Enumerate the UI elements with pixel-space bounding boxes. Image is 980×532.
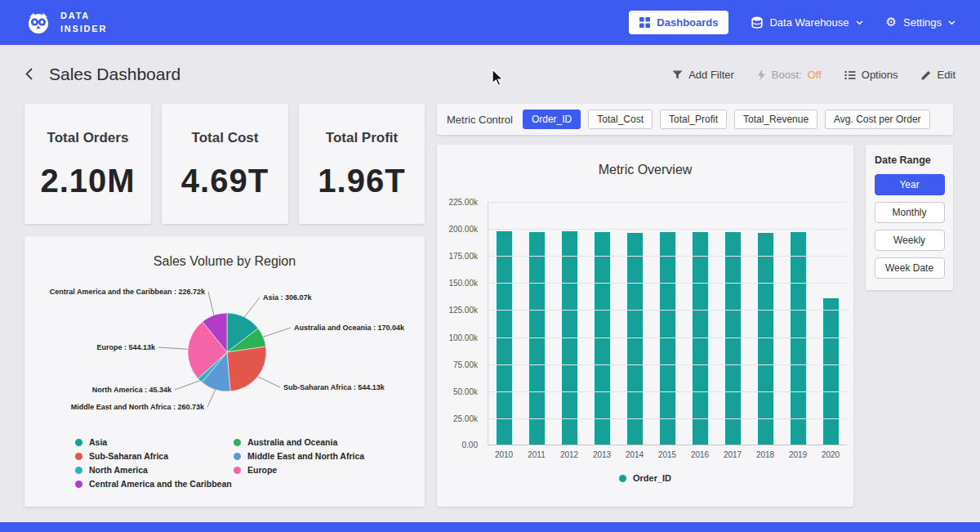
nav-right: Dashboards Data Warehouse ⚙ Settings [629,11,956,34]
x-tick-label: 2012 [553,450,586,459]
metric-option-total-revenue[interactable]: Total_Revenue [734,110,817,129]
bar-column [488,202,521,445]
kpi-label: Total Profit [299,130,425,146]
metric-option-total-cost[interactable]: Total_Cost [588,110,653,129]
y-tick-label: 175.00k [448,252,478,261]
brand-line1: DATA [60,10,107,22]
gridline [488,445,847,445]
bar-legend: Order_ID [437,473,853,483]
bar-2016[interactable] [693,232,708,445]
chevron-down-icon [856,20,863,25]
legend-dot [234,453,241,460]
bar-2010[interactable] [497,231,512,445]
legend-item-europe[interactable]: Europe [234,465,392,475]
bar-2019[interactable] [791,232,806,445]
pie-chart-title: Sales Volume by Region [24,254,425,269]
pie-leader-line [258,377,280,387]
bar-column [619,202,652,445]
bar-2018[interactable] [758,233,773,445]
x-tick-label: 2013 [586,450,618,459]
kpi-value: 4.69T [162,163,288,199]
bar-legend-label: Order_ID [633,473,671,483]
kpi-card-total-cost: Total Cost 4.69T [162,104,288,224]
sales-dashboard-page: DATA INSIDER Dashboards D [0,0,980,532]
metric-option-order-id[interactable]: Order_ID [523,110,581,129]
legend-label: Central America and the Caribbean [89,479,232,489]
boost-label: Boost: [772,69,802,81]
bar-2012[interactable] [562,231,577,445]
bar-column [782,202,814,445]
bar-2013[interactable] [595,232,610,445]
edit-button[interactable]: Edit [921,69,956,81]
bar-2020[interactable] [823,298,839,445]
kpi-card-total-profit: Total Profit 1.96T [299,104,425,224]
bar-column [554,202,586,445]
legend-label: Asia [89,437,107,447]
owl-logo-icon [24,9,52,37]
date-range-buttons: YearMonthlyWeeklyWeek Date [866,174,953,279]
metric-option-avg-cost-per-order[interactable]: Avg. Cost per Order [825,110,930,129]
pie-slice-label: Asia : 306.07k [263,293,313,302]
nav-settings[interactable]: ⚙ Settings [886,16,956,29]
bars [488,202,847,445]
metric-option-total-profit[interactable]: Total_Profit [660,110,727,129]
pie-slice-sub-saharan-africa[interactable] [227,346,266,391]
brand-line2: INSIDER [60,23,107,35]
y-tick-label: 75.00k [453,360,478,369]
pie-legend: AsiaSub-Saharan AfricaNorth AmericaCentr… [75,437,392,489]
y-tick-label: 200.00k [448,225,478,234]
bar-2015[interactable] [660,232,675,445]
back-button[interactable] [24,67,33,84]
x-tick-label: 2016 [684,450,716,459]
gridline [488,391,847,392]
options-list-icon [844,70,856,80]
y-tick-label: 125.00k [448,306,478,315]
database-icon [751,16,763,29]
edit-label: Edit [938,69,956,81]
x-tick-label: 2020 [814,450,847,459]
bar-x-axis: 2010201120122013201420152016201720182019… [488,450,847,459]
bar-column [586,202,619,445]
legend-item-middle-east-and-north-africa[interactable]: Middle East and North Africa [234,451,392,461]
nav-dashboards-button[interactable]: Dashboards [629,11,728,34]
legend-dot [75,467,82,474]
bar-2011[interactable] [529,232,545,445]
mouse-cursor [491,69,507,91]
pie-chart-card: Sales Volume by Region Asia : 306.07kAus… [24,236,425,507]
add-filter-button[interactable]: Add Filter [672,69,734,81]
date-range-option-weekly[interactable]: Weekly [875,230,945,251]
date-range-option-week-date[interactable]: Week Date [875,257,945,279]
pie-slice-label: Australia and Oceania : 170.04k [294,324,405,332]
legend-item-asia[interactable]: Asia [75,437,234,447]
legend-dot [234,439,241,446]
nav-data-warehouse[interactable]: Data Warehouse [751,16,862,29]
legend-item-north-america[interactable]: North America [75,465,234,475]
legend-item-australia-and-oceania[interactable]: Australia and Oceania [234,437,392,447]
filter-funnel-icon [672,70,683,79]
gridline [488,338,847,338]
pie-leader-line [207,390,216,407]
x-tick-label: 2014 [618,450,651,459]
legend-item-central-america-and-the-caribbean[interactable]: Central America and the Caribbean [75,479,234,489]
date-range-title: Date Range [875,154,953,166]
date-range-card: Date Range YearMonthlyWeeklyWeek Date [866,145,953,290]
date-range-option-year[interactable]: Year [875,174,945,195]
bar-2014[interactable] [627,233,643,445]
legend-dot [75,453,82,460]
options-button[interactable]: Options [844,69,898,81]
pie-leader-line [263,328,291,337]
y-tick-label: 50.00k [453,387,478,396]
bar-2017[interactable] [725,232,741,445]
nav-settings-label: Settings [903,16,942,29]
bar-plot [488,202,847,445]
date-range-option-monthly[interactable]: Monthly [875,202,945,223]
legend-item-sub-saharan-africa[interactable]: Sub-Saharan Africa [75,451,234,461]
bar-column [749,202,782,445]
nav-dashboards-label: Dashboards [657,16,718,29]
bar-column [814,202,847,445]
header-actions: Add Filter Boost: Off Options Edit [672,69,956,81]
pie-leader-line [208,292,214,315]
boost-toggle[interactable]: Boost: Off [757,69,822,81]
metric-control-bar: Metric Control Order_IDTotal_CostTotal_P… [437,104,953,135]
legend-dot [75,481,82,488]
